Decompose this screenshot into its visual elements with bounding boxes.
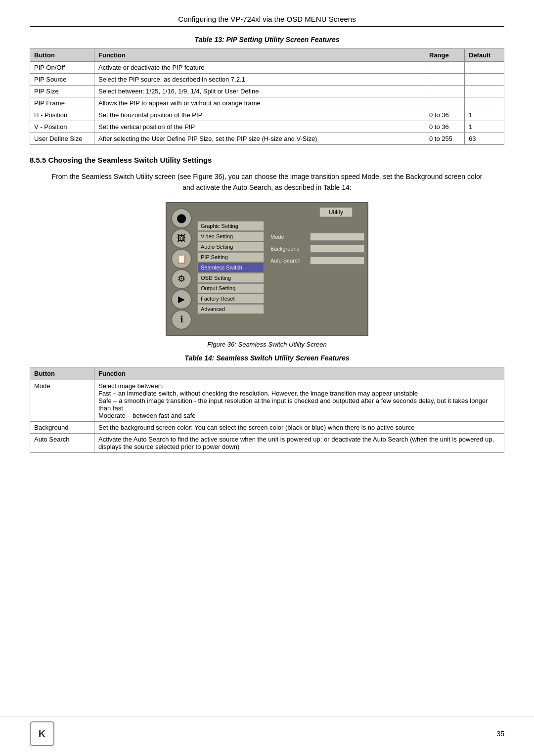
osd-icons-left: ⬤ 🖼 📋 ⚙ ▶ ℹ (167, 203, 196, 335)
table-row: V - PositionSet the vertical position of… (30, 121, 504, 133)
table13-cell-default (465, 62, 504, 74)
table14-cell-function: Select image between: Fast – an immediat… (94, 380, 504, 421)
table13-cell-range: 0 to 36 (425, 109, 465, 121)
table13-cell-button: V - Position (30, 121, 94, 133)
table13-col-default: Default (465, 49, 504, 62)
table13-cell-function: Activate or deactivate the PIP feature (94, 62, 425, 74)
osd-menu-item[interactable]: Advanced (197, 304, 264, 314)
table-row: PIP FrameAllows the PIP to appear with o… (30, 97, 504, 109)
table13-cell-default (465, 86, 504, 97)
table14-col-function: Function (94, 367, 504, 380)
table-row: PIP SourceSelect the PIP source, as desc… (30, 74, 504, 86)
osd-menu-item[interactable]: Graphic Setting (197, 221, 264, 231)
table13-cell-default (465, 97, 504, 109)
osd-field-row: Auto Search (270, 257, 364, 265)
table13-cell-button: PIP Source (30, 74, 94, 86)
table13-col-range: Range (425, 49, 465, 62)
table-row: PIP On/OffActivate or deactivate the PIP… (30, 62, 504, 74)
section855-heading: 8.5.5 Choosing the Seamless Switch Utili… (30, 156, 504, 164)
table13-cell-function: After selecting the User Define PIP Size… (94, 133, 425, 145)
osd-menu-item[interactable]: Seamless Switch (197, 263, 264, 272)
figure36-container: Utility ⬤ 🖼 📋 ⚙ ▶ ℹ Graphic SettingVideo… (30, 202, 504, 336)
table-row: Auto SearchActivate the Auto Search to f… (30, 433, 504, 452)
table14: Button Function ModeSelect image between… (30, 367, 504, 453)
table14-cell-button: Background (30, 421, 94, 433)
table-row: H - PositionSet the horizontal position … (30, 109, 504, 121)
osd-icon-1: ⬤ (171, 208, 192, 228)
table13-cell-default (465, 74, 504, 86)
osd-field-input (310, 233, 364, 241)
osd-icon-6: ℹ (171, 310, 192, 330)
table13-cell-range: 0 to 36 (425, 121, 465, 133)
table13-cell-range (425, 74, 465, 86)
osd-icon-5: ▶ (171, 289, 192, 310)
table13-cell-function: Set the vertical position of the PIP (94, 121, 425, 133)
figure36-caption: Figure 36: Seamless Switch Utility Scree… (30, 341, 504, 348)
table13-cell-button: H - Position (30, 109, 94, 121)
table13: Button Function Range Default PIP On/Off… (30, 48, 504, 145)
osd-field-label: Auto Search (270, 258, 310, 264)
page-container: Configuring the VP-724xl via the OSD MEN… (0, 0, 534, 492)
table13-cell-button: PIP Size (30, 86, 94, 97)
osd-field-row: Background (270, 245, 364, 253)
page-footer: K 35 (0, 716, 534, 746)
osd-menu-item[interactable]: PIP Setting (197, 252, 264, 262)
table13-cell-function: Set the horizontal position of the PIP (94, 109, 425, 121)
osd-menu-item[interactable]: OSD Setting (197, 273, 264, 283)
section855-body: From the Seamless Switch Utility screen … (49, 171, 485, 193)
header-title: Configuring the VP-724xl via the OSD MEN… (178, 15, 356, 23)
osd-right-panel: ModeBackgroundAuto Search (270, 233, 364, 268)
section855-number: 8.5.5 (30, 156, 46, 164)
osd-icon-2: 🖼 (171, 228, 192, 249)
table14-col-button: Button (30, 367, 94, 380)
table-row: User Define SizeAfter selecting the User… (30, 133, 504, 145)
logo-text: K (39, 728, 45, 740)
table13-cell-range: 0 to 255 (425, 133, 465, 145)
osd-field-label: Background (270, 246, 310, 252)
table13-cell-range (425, 97, 465, 109)
osd-field-label: Mode (270, 234, 310, 240)
page-number: 35 (496, 730, 504, 738)
table14-title: Table 14: Seamless Switch Utility Screen… (30, 354, 504, 362)
table13-cell-default: 63 (465, 133, 504, 145)
osd-menu-panel: Graphic SettingVideo SettingAudio Settin… (197, 221, 264, 314)
table13-cell-function: Allows the PIP to appear with or without… (94, 97, 425, 109)
osd-icon-3: 📋 (171, 249, 192, 269)
table13-cell-function: Select the PIP source, as described in s… (94, 74, 425, 86)
table13-cell-default: 1 (465, 109, 504, 121)
table13-col-function: Function (94, 49, 425, 62)
osd-top-bar-label: Utility (329, 209, 343, 216)
osd-icon-4: ⚙ (171, 269, 192, 289)
table13-cell-function: Select between: 1/25, 1/16, 1/9, 1/4, Sp… (94, 86, 425, 97)
table13-cell-button: PIP Frame (30, 97, 94, 109)
section855-title: Choosing the Seamless Switch Utility Set… (48, 156, 212, 164)
table-row: BackgroundSet the background screen colo… (30, 421, 504, 433)
osd-field-row: Mode (270, 233, 364, 241)
table13-cell-button: PIP On/Off (30, 62, 94, 74)
table-row: PIP SizeSelect between: 1/25, 1/16, 1/9,… (30, 86, 504, 97)
osd-menu-item[interactable]: Audio Setting (197, 242, 264, 252)
osd-menu-item[interactable]: Factory Reset (197, 294, 264, 304)
table13-cell-range (425, 62, 465, 74)
osd-field-input (310, 257, 364, 265)
table14-cell-function: Activate the Auto Search to find the act… (94, 433, 504, 452)
table13-title: Table 13: PIP Setting Utility Screen Fea… (30, 36, 504, 44)
osd-field-input (310, 245, 364, 253)
page-header: Configuring the VP-724xl via the OSD MEN… (30, 15, 504, 27)
osd-screen: Utility ⬤ 🖼 📋 ⚙ ▶ ℹ Graphic SettingVideo… (166, 202, 368, 336)
table13-col-button: Button (30, 49, 94, 62)
table13-cell-button: User Define Size (30, 133, 94, 145)
osd-menu-item[interactable]: Video Setting (197, 231, 264, 241)
osd-top-bar: Utility (319, 207, 353, 217)
footer-logo: K (30, 721, 54, 746)
table13-cell-default: 1 (465, 121, 504, 133)
table13-cell-range (425, 86, 465, 97)
table14-cell-button: Auto Search (30, 433, 94, 452)
table14-cell-button: Mode (30, 380, 94, 421)
table14-cell-function: Set the background screen color: You can… (94, 421, 504, 433)
table-row: ModeSelect image between: Fast – an imme… (30, 380, 504, 421)
osd-menu-item[interactable]: Output Setting (197, 283, 264, 293)
